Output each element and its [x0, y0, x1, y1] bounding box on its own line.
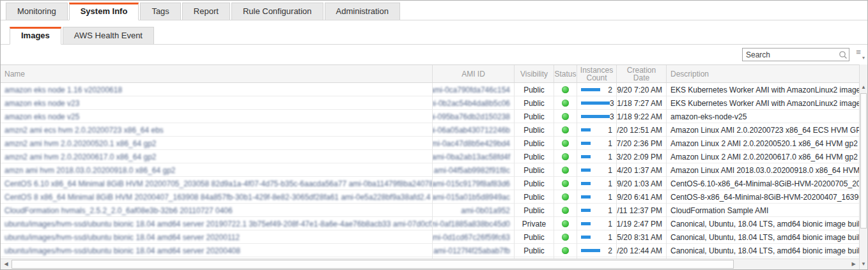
ami-id-text: ami-0ca790fda746c154: [433, 86, 510, 94]
cell-ami-id: ami-0ac47d8b5e429bd4: [433, 137, 515, 150]
cell-visibility: Public: [515, 163, 554, 177]
cell-name: ubuntu/images/hvm-ssd/ubuntu bionic 18.0…: [1, 230, 433, 244]
table-row[interactable]: ubuntu/images/hvm-ssd/ubuntu bionic 18.0…: [1, 217, 859, 230]
instances-count-value: 1: [608, 206, 612, 215]
scroll-up-icon[interactable]: ▲: [860, 82, 867, 92]
cell-instances-count: 3: [577, 110, 617, 123]
cell-visibility: Public: [515, 110, 554, 123]
cell-status: [554, 110, 577, 123]
cell-description: Canonical, Ubuntu, 18.04 LTS, amd64 bion…: [667, 230, 859, 244]
search-icon[interactable]: [837, 49, 849, 61]
cell-description: Amazon Linux AMI 2018.03.0.20200918.0 x8…: [667, 163, 859, 177]
cell-instances-count: 2: [577, 244, 617, 257]
table-row[interactable]: amazon eks node v23ami-0b2ac54b4da8b5c06…: [1, 96, 859, 110]
table-row[interactable]: amzn2 ami hvm 2.0.20200617.0 x86_64 gp2a…: [1, 150, 859, 163]
name-text: amzn2 ami hvm 2.0.20200617.0 x86_64 gp2: [4, 153, 157, 161]
sub-tab-bar: ImagesAWS Health Event: [1, 20, 867, 45]
instances-count-value: 3: [610, 112, 614, 121]
grid-toolbar: ≡ ▾: [1, 45, 867, 64]
table-row[interactable]: amazon eks node 1.16 v20200618ami-0ca790…: [1, 83, 859, 96]
name-text: amazon eks node v25: [4, 112, 79, 121]
table-row[interactable]: CloudFormation hvmals_2.5.2_2.0_6af08e3b…: [1, 204, 859, 217]
instances-count-value: 2: [608, 246, 612, 255]
cell-description: EKS Kubernetes Worker AMI with AmazonLin…: [667, 96, 859, 110]
instances-bar: [581, 155, 591, 158]
scroll-right-icon[interactable]: ▶: [849, 259, 858, 269]
cell-instances-count: 1: [577, 123, 617, 137]
cell-visibility: Public: [515, 204, 554, 217]
column-header-name[interactable]: Name: [1, 65, 433, 82]
instances-bar: [581, 209, 591, 212]
cell-status: [554, 204, 577, 217]
column-header-ami[interactable]: AMI ID: [433, 65, 515, 82]
cell-creation-date: 5/27/20 2:36 PM: [617, 137, 667, 150]
cell-status: [554, 177, 577, 190]
cell-status: [554, 244, 577, 257]
subtab-images[interactable]: Images: [10, 27, 61, 45]
tab-system-info[interactable]: System Info: [69, 3, 139, 20]
table-row[interactable]: ubuntu/images/hvm-ssd/ubuntu bionic 18.0…: [1, 230, 859, 244]
cell-name: CentOS 6.10 x86_64 Minimal 8GiB HVM 2020…: [1, 177, 433, 190]
cell-visibility: Public: [515, 244, 554, 257]
table-row[interactable]: amazon eks node v25ami-095ba76db2d150238…: [1, 110, 859, 123]
instances-count-value: 1: [608, 166, 612, 175]
column-header-description[interactable]: Description: [667, 65, 859, 82]
cell-visibility: Public: [515, 83, 554, 96]
horizontal-scroll-thumb[interactable]: [12, 260, 734, 269]
vertical-scroll-thumb[interactable]: [860, 93, 867, 229]
tab-tags[interactable]: Tags: [140, 3, 180, 20]
cell-ami-id: ami-0af1885a838bc45d0: [433, 217, 515, 230]
status-green-icon: [562, 167, 569, 174]
table-row[interactable]: amzn2 ami hvm 2.0.20200520.1 x86_64 gp2a…: [1, 137, 859, 150]
cell-instances-count: 1: [577, 217, 617, 230]
horizontal-scrollbar[interactable]: ◀ ▶: [1, 259, 859, 269]
cell-description: amazon-eks-node-v25: [667, 110, 859, 123]
column-chooser-icon[interactable]: ≡ ▾: [853, 49, 864, 61]
column-header-visibility[interactable]: Visibility: [515, 65, 554, 82]
cell-ami-id: ami-0ca790fda746c154: [433, 83, 515, 96]
cell-instances-count: 1: [577, 163, 617, 177]
table-row[interactable]: CentOS 6.10 x86_64 Minimal 8GiB HVM 2020…: [1, 177, 859, 190]
cell-visibility: Public: [515, 230, 554, 244]
tab-rule-configuration[interactable]: Rule Configuration: [231, 3, 323, 20]
column-header-status[interactable]: Status: [554, 65, 577, 82]
table-row[interactable]: amzn ami hvm 2018.03.0.20200918.0 x86_64…: [1, 163, 859, 177]
search-input[interactable]: [743, 50, 837, 59]
instances-bar: [581, 128, 591, 131]
tab-administration[interactable]: Administration: [325, 3, 400, 20]
column-header-instances[interactable]: Instances Count: [577, 65, 617, 82]
cell-status: [554, 163, 577, 177]
instances-bar: [581, 236, 591, 239]
cell-ami-id: ami-0ba2ab13ac58fd4f: [433, 150, 515, 163]
scroll-left-icon[interactable]: ◀: [1, 259, 11, 269]
name-text: amzn ami hvm 2018.03.0.20200918.0 x86_64…: [4, 166, 176, 175]
name-text: CentOS 8 x86_64 Minimal 8GiB HVM 2020040…: [4, 193, 431, 202]
cell-status: [554, 190, 577, 204]
scroll-down-icon[interactable]: ▼: [860, 259, 867, 269]
grid-header: NameAMI IDVisibilityStatusInstances Coun…: [1, 65, 859, 83]
table-row[interactable]: ubuntu/images/hvm-ssd/ubuntu bionic 18.0…: [1, 244, 859, 257]
ami-id-text: ami-0127f4f25abab7fb: [433, 246, 510, 255]
app-window: MonitoringSystem InfoTagsReportRule Conf…: [0, 0, 868, 270]
tab-report[interactable]: Report: [182, 3, 230, 20]
status-green-icon: [562, 153, 569, 160]
main-tab-bar: MonitoringSystem InfoTagsReportRule Conf…: [1, 1, 867, 20]
cell-ami-id: ami-06a05ab430712246b: [433, 123, 515, 137]
ami-id-text: ami-0d1cd67c26f59fc63: [433, 233, 510, 242]
vertical-scrollbar[interactable]: ▲ ▼: [859, 64, 867, 269]
status-green-icon: [562, 126, 569, 133]
cell-description: Amazon Linux 2 AMI 2.0.20200520.1 x86_64…: [667, 137, 859, 150]
grid-rows: amazon eks node 1.16 v20200618ami-0ca790…: [1, 83, 859, 257]
tab-monitoring[interactable]: Monitoring: [6, 3, 68, 20]
status-green-icon: [562, 207, 569, 214]
cell-status: [554, 83, 577, 96]
status-green-icon: [562, 140, 569, 147]
table-row[interactable]: CentOS 8 x86_64 Minimal 8GiB HVM 2020040…: [1, 190, 859, 204]
ami-id-text: ami-0b01a952: [461, 206, 510, 215]
column-header-created[interactable]: Creation Date: [617, 65, 667, 82]
subtab-aws-health-event[interactable]: AWS Health Event: [63, 27, 154, 44]
table-row[interactable]: amzn2 ami ecs hvm 2.0.20200723 x86_64 eb…: [1, 123, 859, 137]
name-text: ubuntu/images/hvm-ssd/ubuntu bionic 18.0…: [4, 246, 240, 255]
ami-id-text: ami-04f5ab9982f91f8c: [434, 166, 510, 175]
ami-id-text: ami-015c9179f8af83d6: [433, 179, 510, 188]
